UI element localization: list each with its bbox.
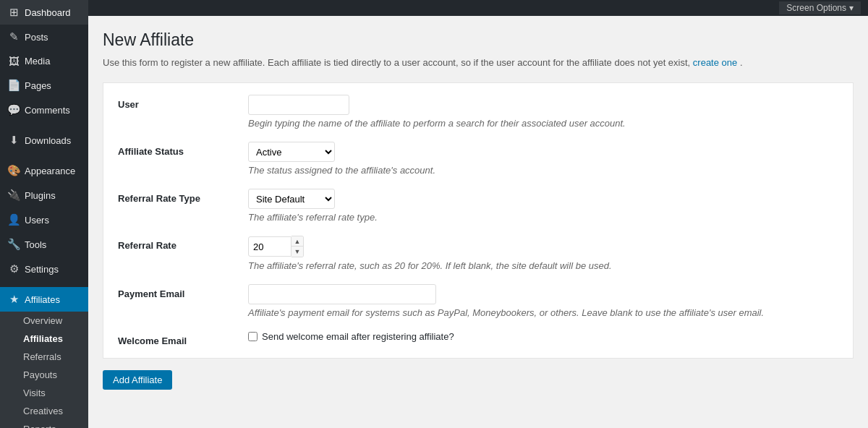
media-icon: 🖼: [7, 55, 20, 67]
referral-rate-type-field: Site Default Percentage Flat The affilia…: [248, 189, 838, 223]
add-affiliate-button[interactable]: Add Affiliate: [103, 370, 172, 390]
form-row-welcome-email: Welcome Email Send welcome email after r…: [118, 331, 838, 346]
user-input[interactable]: [248, 95, 349, 115]
spinner-up[interactable]: ▲: [292, 236, 303, 247]
payment-email-label: Payment Email: [118, 284, 248, 299]
dashboard-icon: ⊞: [7, 6, 20, 19]
posts-icon: ✎: [7, 30, 20, 43]
payment-email-input[interactable]: [248, 284, 436, 304]
referral-rate-label: Referral Rate: [118, 236, 248, 251]
payment-email-field: Affiliate's payment email for systems su…: [248, 284, 838, 318]
submenu-payouts[interactable]: Payouts: [0, 366, 88, 384]
chevron-down-icon: ▾: [849, 3, 854, 13]
sidebar-item-label: Appearance: [25, 166, 75, 176]
affiliate-status-description: The status assigned to the affiliate's a…: [248, 165, 838, 176]
intro-text: Use this form to register a new affiliat…: [103, 57, 854, 68]
topbar: Screen Options ▾: [88, 0, 868, 16]
sidebar-item-label: Comments: [25, 105, 70, 116]
sidebar-item-label: Media: [25, 56, 50, 67]
users-icon: 👤: [7, 213, 20, 226]
sidebar-item-affiliates[interactable]: ★ Affiliates: [0, 287, 88, 312]
affiliate-status-field: Active Inactive Pending The status assig…: [248, 142, 838, 176]
sidebar-item-label: Users: [25, 215, 49, 226]
referral-rate-type-description: The affiliate's referral rate type.: [248, 212, 838, 223]
submenu-affiliates[interactable]: Affiliates: [0, 330, 88, 348]
payment-email-description: Affiliate's payment email for systems su…: [248, 307, 838, 318]
sidebar-item-users[interactable]: 👤 Users: [0, 207, 88, 232]
submenu-reports[interactable]: Reports: [0, 420, 88, 428]
welcome-email-checkbox[interactable]: [248, 332, 258, 341]
sidebar-item-comments[interactable]: 💬 Comments: [0, 98, 88, 122]
submenu-overview[interactable]: Overview: [0, 312, 88, 330]
affiliates-submenu: Overview Affiliates Referrals Payouts Vi…: [0, 312, 88, 428]
affiliate-status-label: Affiliate Status: [118, 142, 248, 157]
pages-icon: 📄: [7, 79, 20, 92]
sidebar-item-tools[interactable]: 🔧 Tools: [0, 232, 88, 257]
screen-options-button[interactable]: Screen Options ▾: [779, 1, 861, 14]
main-content: Screen Options ▾ New Affiliate Use this …: [88, 0, 868, 428]
welcome-email-label: Welcome Email: [118, 331, 248, 346]
user-label: User: [118, 95, 248, 110]
page-title: New Affiliate: [103, 30, 854, 50]
referral-rate-type-label: Referral Rate Type: [118, 189, 248, 204]
submenu-creatives[interactable]: Creatives: [0, 402, 88, 420]
referral-rate-input[interactable]: [248, 236, 292, 257]
sidebar-item-label: Downloads: [25, 135, 71, 146]
user-field: Begin typing the name of the affiliate t…: [248, 95, 838, 129]
sidebar-item-posts[interactable]: ✎ Posts: [0, 25, 88, 49]
form-row-referral-rate-type: Referral Rate Type Site Default Percenta…: [118, 189, 838, 223]
form-row-user: User Begin typing the name of the affili…: [118, 95, 838, 129]
submenu-visits[interactable]: Visits: [0, 384, 88, 402]
referral-rate-field: ▲ ▼ The affiliate's referral rate, such …: [248, 236, 838, 271]
content-area: New Affiliate Use this form to register …: [88, 16, 868, 428]
sidebar-item-label: Affiliates: [25, 294, 60, 305]
sidebar-item-label: Posts: [25, 32, 48, 43]
screen-options-label: Screen Options: [786, 3, 846, 13]
referral-rate-spinner: ▲ ▼: [292, 236, 304, 257]
sidebar-item-plugins[interactable]: 🔌 Plugins: [0, 183, 88, 207]
create-one-link[interactable]: create one: [693, 57, 737, 68]
submenu-referrals[interactable]: Referrals: [0, 348, 88, 366]
affiliates-icon: ★: [7, 293, 20, 306]
plugins-icon: 🔌: [7, 189, 20, 202]
downloads-icon: ⬇: [7, 134, 20, 147]
settings-icon: ⚙: [7, 262, 20, 275]
form-row-payment-email: Payment Email Affiliate's payment email …: [118, 284, 838, 318]
sidebar-item-label: Plugins: [25, 190, 56, 201]
form-table: User Begin typing the name of the affili…: [103, 82, 854, 359]
sidebar-item-media[interactable]: 🖼 Media: [0, 49, 88, 73]
sidebar-item-label: Tools: [25, 239, 46, 250]
affiliate-status-select[interactable]: Active Inactive Pending: [248, 142, 335, 162]
welcome-email-row: Send welcome email after registering aff…: [248, 331, 838, 342]
user-description: Begin typing the name of the affiliate t…: [248, 118, 838, 129]
sidebar: ⊞ Dashboard ✎ Posts 🖼 Media 📄 Pages 💬 Co…: [0, 0, 88, 428]
sidebar-item-label: Settings: [25, 264, 59, 275]
sidebar-item-appearance[interactable]: 🎨 Appearance: [0, 158, 88, 183]
referral-rate-type-select[interactable]: Site Default Percentage Flat: [248, 189, 335, 209]
spinner-down[interactable]: ▼: [292, 247, 303, 257]
appearance-icon: 🎨: [7, 164, 20, 177]
form-row-affiliate-status: Affiliate Status Active Inactive Pending…: [118, 142, 838, 176]
comments-icon: 💬: [7, 103, 20, 116]
sidebar-item-label: Dashboard: [25, 7, 71, 18]
referral-rate-description: The affiliate's referral rate, such as 2…: [248, 260, 838, 271]
welcome-email-field: Send welcome email after registering aff…: [248, 331, 838, 342]
sidebar-item-pages[interactable]: 📄 Pages: [0, 73, 88, 98]
sidebar-item-settings[interactable]: ⚙ Settings: [0, 257, 88, 281]
referral-rate-wrap: ▲ ▼: [248, 236, 838, 257]
welcome-email-checkbox-label: Send welcome email after registering aff…: [262, 331, 454, 342]
tools-icon: 🔧: [7, 238, 20, 251]
sidebar-item-dashboard[interactable]: ⊞ Dashboard: [0, 0, 88, 25]
form-row-referral-rate: Referral Rate ▲ ▼ The affiliate's referr…: [118, 236, 838, 271]
sidebar-item-label: Pages: [25, 80, 51, 91]
sidebar-item-downloads[interactable]: ⬇ Downloads: [0, 128, 88, 153]
